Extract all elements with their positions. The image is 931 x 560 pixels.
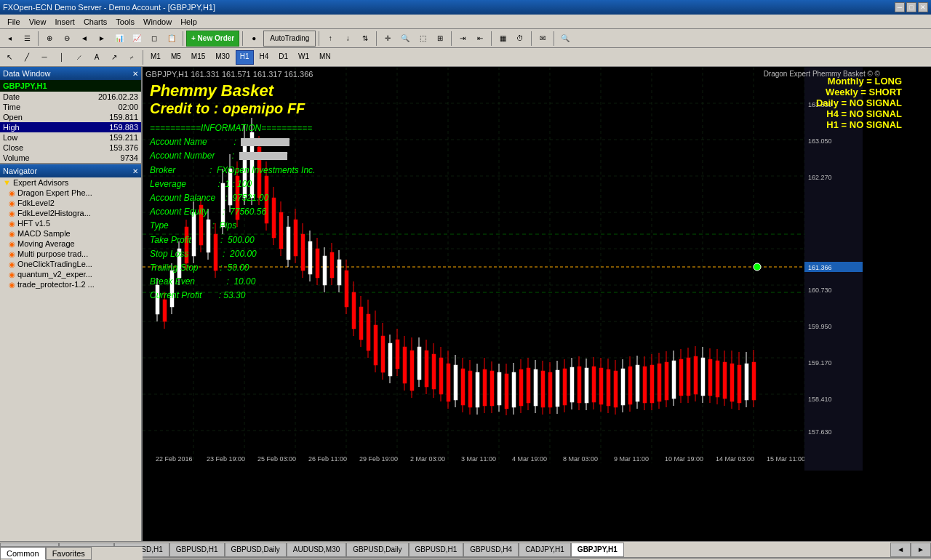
new-order-button[interactable]: + New Order (186, 31, 239, 47)
time-value: 02:00 (118, 103, 138, 111)
menu-insert[interactable]: Insert (50, 17, 79, 27)
tf-h1[interactable]: H1 (236, 50, 254, 65)
period-sep-button[interactable]: ⊞ (432, 31, 448, 47)
zoom-sel-button[interactable]: ⬚ (415, 31, 431, 47)
tf-d1[interactable]: D1 (274, 50, 292, 65)
tf-m1[interactable]: M1 (146, 50, 165, 65)
tf-h4[interactable]: H4 (255, 50, 273, 65)
nav-dragon[interactable]: ◉ Dragon Expert Phe... (6, 188, 141, 198)
tf-m30[interactable]: M30 (211, 50, 233, 65)
volume-label: Volume (3, 153, 30, 162)
signal-h4: H4 = NO SIGNAL (816, 108, 902, 119)
magnify-button[interactable]: 🔍 (397, 31, 413, 47)
tf-w1[interactable]: W1 (294, 50, 313, 65)
data-window-close[interactable]: ✕ (132, 70, 138, 78)
menu-tools[interactable]: Tools (111, 17, 139, 27)
menu-charts[interactable]: Charts (79, 17, 111, 27)
data-pair-label: GBPJPY,H1 (0, 80, 141, 92)
close-label: Close (3, 143, 23, 152)
chart-tab-cadjpy[interactable]: CADJPY,H1 (519, 543, 571, 557)
tf-mn[interactable]: MN (315, 50, 335, 65)
info-equity: Account Equity : 77560.56 (150, 205, 315, 219)
draw-line-button[interactable]: ╱ (19, 49, 35, 65)
chart-tab-gbpusd-daily[interactable]: GBPUSD,Daily (225, 543, 287, 557)
scroll-end-button[interactable]: ⇥ (455, 31, 471, 47)
info-stop-loss: Stop Loss : 200.00 (150, 247, 315, 261)
chart-area[interactable]: 22 Feb 2016 23 Feb 19:00 25 Feb 03:00 26… (143, 67, 931, 541)
nav-fdkhisto[interactable]: ◉ FdkLevel2Histogra... (6, 208, 141, 218)
draw-fib-button[interactable]: ⌿ (124, 49, 140, 65)
nav-robot-icon-7: ◉ (9, 250, 15, 258)
chart-tab-prev[interactable]: ◄ (890, 543, 911, 557)
svg-text:157.630: 157.630 (808, 428, 832, 436)
nav-ma[interactable]: ◉ Moving Average (6, 239, 141, 249)
auto-trading-icon: ● (246, 31, 262, 47)
nav-expand-experts[interactable]: ▼ Expert Advisors (0, 177, 141, 188)
nav-trade-protector[interactable]: ◉ trade_protector-1.2 ... (6, 279, 141, 289)
menu-help[interactable]: Help (176, 17, 201, 27)
chart-properties-button[interactable]: 📊 (111, 31, 127, 47)
menu-file[interactable]: File (3, 17, 25, 27)
profiles-button[interactable]: ☰ (19, 31, 35, 47)
chart-tab-gbpusd-h1-2[interactable]: GBPUSD,H1 (169, 543, 225, 557)
zoom-out-button[interactable]: ⊖ (59, 31, 75, 47)
data-low-row: Low 159.211 (0, 132, 141, 143)
auto-trading-button[interactable]: AutoTrading (263, 31, 316, 47)
mail-button[interactable]: ✉ (535, 31, 551, 47)
scroll-left-button[interactable]: ◄ (76, 31, 92, 47)
chart-tab-next[interactable]: ► (911, 543, 931, 557)
nav-macd[interactable]: ◉ MACD Sample (6, 228, 141, 239)
menu-view[interactable]: View (25, 17, 51, 27)
menu-window[interactable]: Window (139, 17, 176, 27)
svg-text:159.950: 159.950 (808, 323, 832, 330)
sell-limit-button[interactable]: ↓ (340, 31, 356, 47)
navigator-close[interactable]: ✕ (132, 167, 138, 175)
tf-m5[interactable]: M5 (167, 50, 185, 65)
indicators-button[interactable]: 📈 (129, 31, 145, 47)
data-window-title: Data Window (3, 69, 50, 78)
nav-robot-icon: ◉ (9, 189, 15, 197)
nav-oneclick[interactable]: ◉ OneClickTradingLe... (6, 259, 141, 269)
nav-hft[interactable]: ◉ HFT v1.5 (6, 218, 141, 228)
new-chart-button[interactable]: ◂ (1, 31, 17, 47)
back-button[interactable]: ⇤ (472, 31, 488, 47)
templates-button[interactable]: 📋 (164, 31, 180, 47)
chart-title2: Credit to : opemipo FF (150, 100, 305, 117)
info-account-name: Account Name : XXXXXXXXXX (150, 135, 315, 149)
search-button[interactable]: 🔍 (557, 31, 573, 47)
draw-text-button[interactable]: A (89, 49, 105, 65)
clock-button[interactable]: ⏱ (512, 31, 528, 47)
draw-channel-button[interactable]: ⟋ (71, 49, 87, 65)
draw-arrow-button[interactable]: ↗ (106, 49, 122, 65)
close-button[interactable]: ✕ (918, 2, 928, 12)
nav-robot-icon-10: ◉ (9, 281, 15, 289)
chart-type-button[interactable]: ▦ (495, 31, 511, 47)
nav-oneclick-label: OneClickTradingLe... (17, 260, 92, 268)
nav-dragon-label: Dragon Expert Phe... (17, 188, 92, 197)
draw-cursor-button[interactable]: ↖ (1, 49, 17, 65)
nav-multi[interactable]: ◉ Multi purpose trad... (6, 249, 141, 259)
scroll-right-button[interactable]: ► (94, 31, 110, 47)
chart-tab-audusd[interactable]: AUDUSD,M30 (287, 543, 346, 557)
nav-fdklevel2[interactable]: ◉ FdkLevel2 (6, 198, 141, 208)
crosshair-button[interactable]: ✛ (380, 31, 396, 47)
chart-tab-gbpjpy[interactable]: GBPJPY,H1 (571, 543, 624, 557)
svg-text:14 Mar 03:00: 14 Mar 03:00 (716, 455, 754, 463)
chart-tab-gbpusd-daily2[interactable]: GBPUSD,Daily (346, 543, 408, 557)
chart-tab-gbpusd-h4-2[interactable]: GBPUSD,H4 (463, 543, 519, 557)
objects-button[interactable]: ◻ (146, 31, 162, 47)
chart-tab-gbpusd-h1-3[interactable]: GBPUSD,H1 (409, 543, 464, 557)
volume-value: 9734 (121, 153, 138, 162)
buy-limit-button[interactable]: ↑ (322, 31, 338, 47)
market-button[interactable]: ⇅ (357, 31, 373, 47)
zoom-in-button[interactable]: ⊕ (41, 31, 57, 47)
tf-m15[interactable]: M15 (187, 50, 209, 65)
nav-quantum[interactable]: ◉ quantum_v2_exper... (6, 269, 141, 279)
draw-hline-button[interactable]: ─ (36, 49, 52, 65)
svg-text:2 Mar 03:00: 2 Mar 03:00 (410, 455, 445, 463)
draw-vline-button[interactable]: │ (54, 49, 70, 65)
restore-button[interactable]: □ (906, 2, 916, 12)
menu-bar: File View Insert Charts Tools Window Hel… (0, 15, 931, 29)
info-separator1: ==========INFORMATION========== (150, 121, 315, 135)
minimize-button[interactable]: ─ (895, 2, 905, 12)
